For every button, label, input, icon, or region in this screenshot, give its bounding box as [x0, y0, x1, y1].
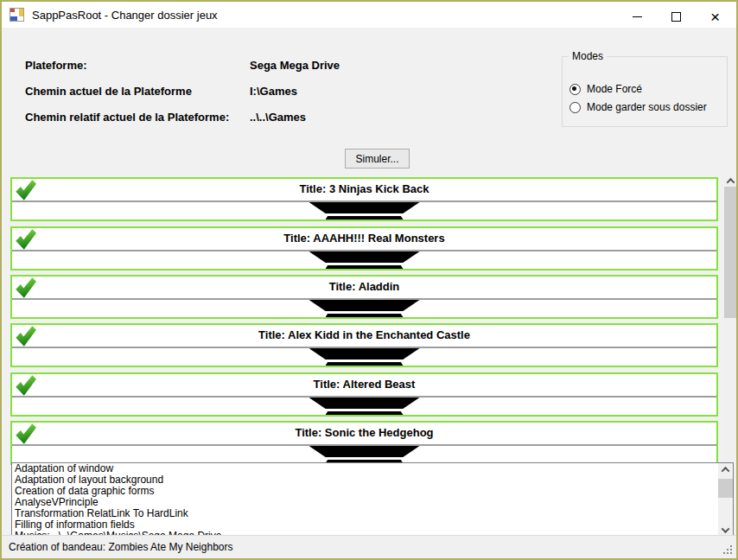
- scroll-up-button[interactable]: [724, 175, 736, 187]
- resize-grip-icon[interactable]: [722, 544, 733, 555]
- banner-shape-bar: [326, 362, 404, 366]
- panels-scrollbar[interactable]: [724, 175, 736, 462]
- separator: [12, 396, 716, 398]
- modes-groupbox: Modes Mode Forcé Mode garder sous dossie…: [562, 56, 728, 127]
- game-panel: Title: Altered Beast: [10, 372, 718, 417]
- window-controls: ×: [618, 3, 735, 29]
- chevron-down-icon: [722, 525, 730, 533]
- log-scrollbar[interactable]: [718, 463, 733, 537]
- log-item[interactable]: Creation of data graphic forms: [12, 486, 733, 497]
- banner-shape: [309, 300, 420, 311]
- close-icon: ×: [710, 9, 720, 25]
- app-icon-blue-square: [10, 16, 17, 21]
- close-button[interactable]: ×: [696, 3, 735, 29]
- game-title: Title: Alex Kidd in the Enchanted Castle: [12, 328, 716, 341]
- scrollbar-thumb[interactable]: [724, 187, 736, 318]
- banner-shape: [309, 348, 420, 360]
- app-icon: [10, 8, 24, 22]
- label-chemin-actuel: Chemin actuel de la Plateforme: [25, 85, 192, 98]
- banner-shape: [309, 202, 420, 213]
- log-scroll-up-button[interactable]: [718, 463, 733, 476]
- radio-icon-mode-garder[interactable]: [569, 102, 581, 113]
- game-title: Title: Sonic the Hedgehog: [12, 426, 716, 439]
- game-panel: Title: Aladdin: [10, 275, 718, 319]
- status-bar: Création of bandeau: Zombies Ate My Neig…: [2, 535, 736, 558]
- app-icon-red-square: [10, 9, 15, 12]
- separator: [12, 444, 716, 446]
- minimize-button[interactable]: [618, 3, 657, 29]
- game-title: Title: Altered Beast: [12, 378, 716, 391]
- minimize-icon: [633, 16, 642, 17]
- banner-shape-bar: [326, 265, 404, 269]
- app-icon-yellow-square: [19, 9, 23, 16]
- app-window: SappPasRoot - Changer dossier jeux × Pla…: [0, 0, 738, 560]
- status-text: Création of bandeau: Zombies Ate My Neig…: [9, 541, 232, 553]
- value-chemin-relatif: ..\..\Games: [250, 111, 306, 124]
- log-scrollbar-thumb[interactable]: [718, 479, 733, 498]
- label-plateforme: Plateforme:: [25, 59, 87, 72]
- radio-mode-force[interactable]: Mode Forcé: [569, 83, 642, 95]
- game-title: Title: 3 Ninjas Kick Back: [12, 182, 716, 195]
- game-panel: Title: AAAHH!!! Real Monsters: [10, 226, 718, 270]
- separator: [12, 250, 716, 251]
- window-title: SappPasRoot - Changer dossier jeux: [32, 9, 218, 22]
- maximize-button[interactable]: [657, 3, 696, 29]
- banner-shape: [309, 446, 420, 457]
- maximize-icon: [671, 12, 681, 22]
- game-panel: Title: Alex Kidd in the Enchanted Castle: [10, 323, 718, 367]
- banner-shape: [309, 251, 420, 263]
- separator: [12, 347, 716, 348]
- banner-shape-bar: [326, 216, 404, 220]
- radio-label-mode-garder: Mode garder sous dossier: [587, 101, 707, 113]
- simulate-button[interactable]: Simuler...: [345, 149, 410, 169]
- banner-shape-bar: [326, 314, 404, 317]
- value-chemin-actuel: I:\Games: [250, 85, 297, 98]
- modes-groupbox-title: Modes: [569, 50, 607, 62]
- separator: [12, 298, 716, 300]
- banner-shape: [309, 398, 420, 409]
- chevron-up-icon: [726, 177, 735, 186]
- radio-mode-garder[interactable]: Mode garder sous dossier: [569, 101, 707, 113]
- game-title: Title: Aladdin: [12, 280, 716, 293]
- game-panel: Title: Sonic the Hedgehog: [10, 421, 718, 465]
- separator: [12, 200, 716, 202]
- banner-shape-bar: [326, 411, 404, 415]
- game-title: Title: AAAHH!!! Real Monsters: [12, 232, 716, 245]
- label-chemin-relatif: Chemin relatif actuel de la Plateforme:: [25, 111, 229, 124]
- game-panel: Title: 3 Ninjas Kick Back: [10, 177, 718, 221]
- value-plateforme: Sega Mega Drive: [250, 59, 340, 72]
- chevron-up-icon: [722, 467, 730, 475]
- radio-label-mode-force: Mode Forcé: [587, 83, 642, 95]
- log-listbox[interactable]: Adaptation of window Adaptation of layou…: [11, 462, 734, 538]
- radio-icon-mode-force[interactable]: [569, 84, 581, 95]
- titlebar: SappPasRoot - Changer dossier jeux ×: [2, 2, 736, 28]
